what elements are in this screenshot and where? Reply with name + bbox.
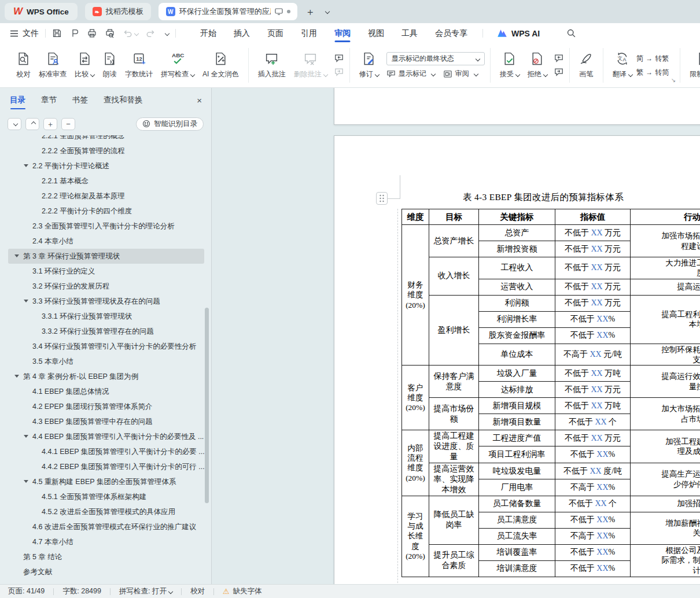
print-icon[interactable]	[87, 28, 97, 38]
docer-template-tab[interactable]: ❧ 找稻壳模板	[85, 3, 151, 20]
outline-item[interactable]: 3.5 本章小结	[8, 354, 204, 369]
translate-button[interactable]: 文A 翻译	[609, 51, 636, 79]
table-cell[interactable]: 工程收入	[479, 257, 555, 279]
table-cell[interactable]: 不低于 XX 万元	[555, 382, 631, 398]
table-cell[interactable]: 不低于 XX 个	[555, 414, 631, 430]
outline-item[interactable]: 第 4 章 案例分析-以 EBEP 集团为例	[8, 369, 204, 384]
table-column-header[interactable]: 目标	[429, 209, 479, 225]
zoom-out-outline-button[interactable]: −	[61, 118, 75, 130]
table-column-header[interactable]: 行动计划	[631, 209, 700, 225]
table-cell[interactable]: 不低于 XX 万元	[555, 295, 631, 311]
table-cell[interactable]: 不低于 XX 个	[555, 496, 631, 512]
track-changes-button[interactable]: 修订	[355, 51, 383, 79]
table-cell[interactable]: 加大市场拓展力度，抢 占市场份额	[631, 398, 700, 430]
table-cell[interactable]: 不低于 XX 万吨	[555, 366, 631, 382]
outline-item[interactable]: 2.2 平衡计分卡理论概述	[8, 158, 204, 174]
sidebar-tab[interactable]: 书签	[72, 88, 88, 112]
zoom-in-outline-button[interactable]: ＋	[43, 118, 57, 130]
table-cell[interactable]: 员工满意度	[479, 512, 555, 528]
outline-item[interactable]: 4.6 改进后全面预算管理模式在环保行业的推广建议	[8, 519, 204, 534]
undo-button[interactable]	[123, 29, 138, 38]
proofread-button[interactable]: 校对	[12, 51, 35, 79]
table-cell[interactable]: 内部 流程 维度 (20%)	[402, 430, 429, 496]
outline-collapse-arrow-icon[interactable]	[24, 480, 28, 483]
sidebar-tab[interactable]: 查找和替换	[104, 88, 143, 112]
table-cell[interactable]: 保持客户满 意度	[429, 366, 479, 398]
table-cell[interactable]: 垃圾入厂量	[479, 366, 555, 382]
proofread-status-button[interactable]: 校对	[182, 586, 213, 596]
save-icon[interactable]	[52, 28, 62, 38]
table-cell[interactable]: 提高工程利润水平、降 本增效	[631, 295, 700, 344]
outline-item[interactable]: 4.4.1 EBEP 集团预算管理引入平衡计分卡的必要 ...	[8, 444, 204, 459]
outline-item[interactable]: 3.3.2 环保行业预算管理存在的问题	[8, 324, 204, 339]
outline-item[interactable]: 4.5 重新构建 EBEP 集团的全面预算管理体系	[8, 474, 204, 489]
document-tab[interactable]: W 环保行业全面预算管理的应用研	[159, 3, 297, 20]
table-cell[interactable]: 新增项目规模	[479, 398, 555, 414]
outline-item[interactable]: 2.2.1 全面预算管理的概念	[8, 135, 204, 143]
outline-item[interactable]: 3.2 环保行业的发展历程	[8, 279, 204, 294]
table-cell[interactable]: 员工流失率	[479, 528, 555, 544]
table-cell[interactable]: 控制环保耗材、修理费 支出	[631, 344, 700, 366]
outline-item[interactable]: 3.3 环保行业预算管理现状及存在的问题	[8, 294, 204, 309]
table-cell[interactable]: 培训满意度	[479, 560, 555, 577]
outline-item[interactable]: 2.3 全面预算管理引入平衡计分卡的理论分析	[8, 219, 204, 234]
table-cell[interactable]: 客户 维度 (20%)	[402, 366, 429, 430]
table-cell[interactable]: 新增项目数量	[479, 414, 555, 430]
outline-item[interactable]: 4.4 EBEP 集团预算管理引入平衡计分卡的必要性及 ...	[8, 429, 204, 444]
table-cell[interactable]: 提升员工综 合素质	[429, 544, 479, 577]
outline-collapse-arrow-icon[interactable]	[24, 300, 28, 302]
redo-button[interactable]	[146, 29, 156, 38]
table-cell[interactable]: 吨垃圾发电量	[479, 463, 555, 479]
toolbar-more-button[interactable]	[163, 32, 169, 35]
new-tab-button[interactable]: ＋	[305, 7, 315, 17]
menu-tab[interactable]: 工具	[393, 23, 426, 43]
table-cell[interactable]: 总资产增长	[429, 225, 479, 257]
table-cell[interactable]: 不低于 XX 万元	[555, 279, 631, 295]
insert-comment-button[interactable]: 插入批注	[254, 51, 290, 79]
outline-item[interactable]: 4.4.2 EBEP 集团预算管理引入平衡计分卡的可行 ...	[8, 459, 204, 474]
ink-brush-button[interactable]: 画笔	[575, 51, 598, 79]
table-cell[interactable]: 新增投资额	[479, 241, 555, 257]
outline-collapse-arrow-icon[interactable]	[14, 375, 19, 378]
table-cell[interactable]: 不低于 XX%	[555, 446, 631, 463]
table-cell[interactable]: 大力推进工程建设进 度	[631, 257, 700, 279]
table-cell[interactable]: 增加薪酬福利及人文 关怀	[631, 512, 700, 544]
group-expand-icon[interactable]: ↘	[671, 77, 676, 83]
table-cell[interactable]: 不低于 XX 度/吨	[555, 463, 631, 479]
page-indicator[interactable]: 页面: 41/49	[8, 586, 53, 596]
table-cell[interactable]: 降低员工缺 岗率	[429, 496, 479, 544]
table-cell[interactable]: 不低于 XX 万元	[555, 225, 631, 241]
table-cell[interactable]: 不低于 XX 万吨	[555, 398, 631, 414]
table-cell[interactable]: 学习 与成 长维 度 (20%)	[402, 496, 429, 577]
outline-item[interactable]: 2.2.2 理论框架及基本原理	[8, 189, 204, 204]
close-sidebar-icon[interactable]: ×	[197, 95, 202, 105]
outline-item[interactable]: 4.5.2 改进后全面预算管理模式的具体应用	[8, 504, 204, 519]
outline-item[interactable]: 4.3 EBEP 集团预算管理中存在的问题	[8, 414, 204, 429]
table-column-header[interactable]: 关键指标	[479, 209, 555, 225]
review-pane-button[interactable]: 审阅	[443, 69, 478, 79]
file-menu[interactable]: 文件	[0, 28, 39, 39]
previous-change-button[interactable]	[554, 54, 564, 63]
outline-item[interactable]: 2.2.1 基本概念	[8, 174, 204, 189]
table-cell[interactable]: 提高生产运行效率，减 少停炉停机次数	[631, 463, 700, 496]
tab-list-button[interactable]	[323, 7, 329, 17]
menu-tab[interactable]: 视图	[359, 23, 393, 43]
outline-item[interactable]: 2.4 本章小结	[8, 234, 204, 249]
table-column-header[interactable]: 维度	[402, 209, 429, 225]
menu-tab[interactable]: 页面	[259, 23, 292, 43]
table-cell[interactable]: 不低于 XX%	[555, 311, 631, 327]
wps-ai-button[interactable]: WPS AI	[497, 29, 540, 38]
table-cell[interactable]: 不低于 XX%	[555, 512, 631, 528]
word-count-button[interactable]: 12+ 字数统计	[121, 51, 157, 79]
menu-tab[interactable]: 开始	[191, 23, 225, 43]
table-cell[interactable]: 不低于 XX 万元	[555, 430, 631, 446]
table-cell[interactable]: 工程进度产值	[479, 430, 555, 446]
menu-tab[interactable]: 审阅	[326, 23, 359, 43]
menu-tab[interactable]: 会员专享	[426, 23, 476, 43]
outline-item[interactable]: 4.7 本章小结	[8, 534, 204, 549]
page-previous[interactable]	[334, 88, 700, 125]
ai-polish-button[interactable]: AI 全文润色	[198, 51, 243, 79]
table-column-header[interactable]: 指标值	[555, 209, 631, 225]
markup-state-select[interactable]: 显示标记的最终状态	[386, 52, 485, 65]
outline-collapse-arrow-icon[interactable]	[24, 164, 28, 167]
